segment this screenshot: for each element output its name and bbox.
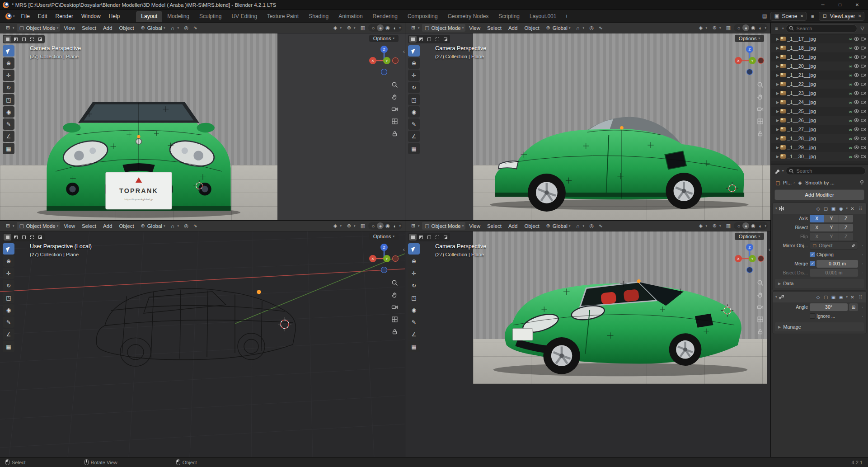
axis-y-button[interactable]: Y — [824, 215, 839, 222]
select-mode-subtract[interactable] — [425, 36, 433, 42]
outliner-row[interactable]: ▶ _1__30__jpg ∞ — [771, 152, 868, 161]
proportional-editing-toggle[interactable]: ◎ — [586, 24, 597, 32]
viewport-bottom-left[interactable]: User Perspective (Local) (27) Collection… — [0, 221, 405, 457]
show-overlays-toggle[interactable]: ⊚▾ — [344, 222, 357, 230]
outliner-row[interactable]: ▶ _1__17__jpg ∞ — [771, 34, 868, 43]
gizmo-axis-z[interactable]: Z — [383, 47, 385, 52]
merge-threshold-field[interactable]: 0.001 m — [816, 260, 858, 268]
shading-rendered-icon[interactable]: ◐ — [391, 24, 398, 31]
select-mode-subtract[interactable] — [425, 234, 433, 241]
expand-chevron-icon[interactable]: ▶ — [776, 146, 779, 150]
tool-transform[interactable]: ◉ — [408, 304, 420, 316]
gizmo-axis-x-negative[interactable] — [393, 256, 399, 262]
disable-in-render-camera-icon[interactable] — [861, 154, 866, 159]
disable-in-render-camera-icon[interactable] — [861, 46, 866, 50]
workspace-tab-layout-001[interactable]: Layout.001 — [525, 11, 561, 22]
gizmo-axis-x-negative[interactable] — [393, 58, 399, 64]
filter-icon[interactable]: ▽ — [859, 25, 866, 32]
outliner-row[interactable]: ▶ _1__23__jpg ∞ — [771, 89, 868, 98]
add-menu[interactable]: Add — [100, 222, 115, 230]
workspace-tab-sculpting[interactable]: Sculpting — [194, 11, 226, 22]
tool-move[interactable]: ✛ — [3, 268, 14, 279]
gizmo-axis-y[interactable]: Y — [751, 59, 754, 63]
gizmo-axis-z[interactable]: Z — [383, 245, 385, 250]
hide-in-viewport-eye-icon[interactable] — [854, 127, 859, 132]
expand-chevron-icon[interactable]: ▶ — [776, 37, 779, 41]
snap-toggle[interactable]: ∩▾ — [572, 24, 586, 32]
outliner-row[interactable]: ▶ _1__20__jpg ∞ — [771, 61, 868, 71]
show-gizmo-toggle[interactable]: ◈▾ — [330, 222, 343, 230]
shading-wireframe-icon[interactable]: ○ — [370, 24, 376, 31]
pan-hand-icon[interactable] — [390, 93, 399, 101]
tool-add-cube[interactable]: ▦ — [3, 341, 14, 352]
tool-select-box[interactable]: ◤ — [408, 45, 420, 57]
expand-chevron-icon[interactable]: ▶ — [776, 118, 779, 123]
select-mode-extend[interactable] — [12, 234, 19, 241]
zoom-icon[interactable] — [756, 278, 764, 287]
expand-chevron-icon[interactable]: ▶ — [776, 100, 779, 104]
view-menu[interactable]: View — [466, 24, 483, 32]
proportional-editing-toggle[interactable]: ◎ — [586, 222, 597, 230]
options-dropdown[interactable]: Options ▾ — [735, 233, 764, 240]
options-dropdown[interactable]: Options ▾ — [369, 35, 399, 42]
flip-y-button[interactable]: Y — [824, 233, 839, 241]
tool-rotate[interactable]: ↻ — [3, 280, 14, 291]
gizmo-axis-z[interactable]: Z — [749, 47, 751, 52]
hide-in-viewport-eye-icon[interactable] — [854, 46, 859, 50]
disable-in-render-camera-icon[interactable] — [861, 91, 866, 95]
shading-rendered-icon[interactable]: ◐ — [757, 222, 764, 229]
angle-value-field[interactable]: 30° — [810, 303, 848, 311]
hide-in-viewport-eye-icon[interactable] — [854, 73, 859, 77]
outliner-row[interactable]: ▶ _1__22__jpg ∞ — [771, 80, 868, 89]
zoom-icon[interactable] — [390, 278, 399, 287]
shading-material-icon[interactable]: ◉ — [384, 222, 391, 229]
select-mode-intersect[interactable] — [441, 234, 449, 241]
object-menu[interactable]: Object — [521, 24, 542, 32]
breadcrumb-object[interactable]: Pl... — [783, 180, 792, 185]
editor-type-button[interactable]: ⊞▾ — [3, 222, 16, 230]
ignore-sharpness-checkbox[interactable] — [810, 313, 815, 319]
tool-annotate[interactable]: ✎ — [408, 118, 420, 130]
modifier-extras-chevron[interactable]: ▾ — [846, 295, 848, 299]
close-button[interactable]: ✕ — [849, 1, 865, 9]
viewport-bottom-right[interactable]: Camera Perspective (27) Collection | Pla… — [405, 221, 770, 457]
select-mode-invert[interactable] — [28, 234, 36, 241]
viewlayer-selector[interactable]: ⊟ ViewLayer ✕ — [819, 12, 864, 21]
display-on-cage-toggle[interactable]: ◇ — [815, 295, 821, 300]
outliner-row[interactable]: ▶ _1__21__jpg ∞ — [771, 71, 868, 80]
select-menu[interactable]: Select — [79, 222, 99, 230]
select-mode-extend[interactable] — [417, 234, 425, 241]
hide-in-viewport-eye-icon[interactable] — [854, 118, 859, 123]
mirror-modifier-header[interactable]: ▾ ◇ ▢ ▣ ◉ ▾ ✕ ⠿ — [773, 203, 866, 214]
camera-view-icon[interactable] — [756, 105, 764, 113]
flip-z-button[interactable]: Z — [839, 233, 853, 241]
shading-solid-icon[interactable]: ● — [742, 24, 749, 31]
lock-icon[interactable] — [756, 327, 764, 335]
disable-in-render-camera-icon[interactable] — [861, 118, 866, 123]
tool-measure[interactable]: ∠ — [3, 131, 14, 142]
outliner-row[interactable]: ▶ _1__26__jpg ∞ — [771, 116, 868, 125]
disable-in-render-camera-icon[interactable] — [861, 82, 866, 86]
transform-orientation-selector[interactable]: ⊕Global▾ — [543, 24, 572, 32]
unlink-scene-button[interactable]: ✕ — [800, 14, 803, 19]
disable-in-render-camera-icon[interactable] — [861, 37, 866, 41]
region-collapse-chevron[interactable]: ‹ — [769, 48, 770, 55]
hide-in-viewport-eye-icon[interactable] — [854, 136, 859, 141]
gizmo-axis-z-negative[interactable] — [381, 267, 387, 273]
view-menu[interactable]: View — [61, 24, 78, 32]
expand-chevron-icon[interactable]: ▶ — [776, 155, 779, 159]
transform-orientation-selector[interactable]: ⊕Global▾ — [138, 24, 167, 32]
expand-chevron-icon[interactable]: ▶ — [776, 82, 779, 86]
tool-transform[interactable]: ◉ — [3, 304, 14, 316]
hide-in-viewport-eye-icon[interactable] — [854, 91, 859, 95]
add-modifier-button[interactable]: Add Modifier — [774, 189, 864, 200]
region-collapse-chevron[interactable]: ‹ — [403, 48, 405, 55]
mirror-object-field[interactable]: ▢ Object — [810, 241, 858, 250]
view-menu[interactable]: View — [61, 222, 78, 230]
select-mode-intersect[interactable] — [36, 234, 44, 241]
shading-material-icon[interactable]: ◉ — [384, 24, 391, 31]
select-mode-set[interactable] — [4, 234, 11, 241]
camera-view-icon[interactable] — [390, 303, 399, 311]
workspace-tab-rendering[interactable]: Rendering — [368, 11, 403, 22]
tool-move[interactable]: ✛ — [3, 70, 14, 81]
